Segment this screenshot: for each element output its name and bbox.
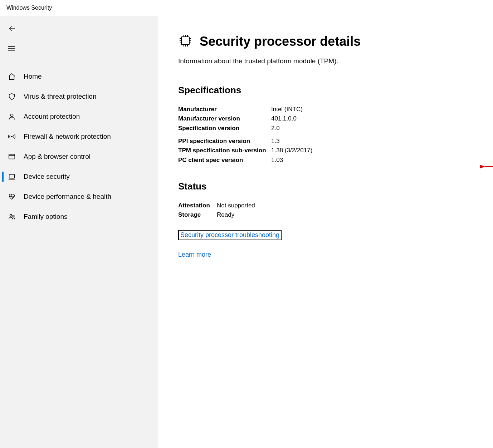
back-button[interactable] xyxy=(1,19,21,39)
status-heading: Status xyxy=(178,181,493,192)
learn-more-link[interactable]: Learn more xyxy=(178,251,211,259)
specifications-table: Manufacturer Intel (INTC) Manufacturer v… xyxy=(178,105,493,165)
spec-value: Intel (INTC) xyxy=(271,105,303,114)
spec-value: 1.3 xyxy=(271,137,280,146)
spec-value: 2.0 xyxy=(271,124,280,133)
sidebar-item-firewall[interactable]: Firewall & network protection xyxy=(0,127,158,147)
status-value: Ready xyxy=(217,210,234,220)
status-value: Not supported xyxy=(217,201,255,210)
svg-rect-5 xyxy=(9,154,15,159)
status-row: Storage Ready xyxy=(178,210,493,220)
nav-list: Home Virus & threat protection Acco xyxy=(0,67,158,227)
chip-icon xyxy=(178,34,192,49)
spec-row: Manufacturer Intel (INTC) xyxy=(178,105,493,114)
troubleshooting-link[interactable]: Security processor troubleshooting xyxy=(178,230,282,240)
hamburger-icon xyxy=(8,45,15,54)
spec-label: Manufacturer xyxy=(178,105,271,114)
sidebar-item-performance[interactable]: Device performance & health xyxy=(0,187,158,207)
shield-icon xyxy=(0,93,24,100)
svg-point-9 xyxy=(10,215,12,217)
spec-label: Manufacturer version xyxy=(178,114,271,123)
specifications-heading: Specifications xyxy=(178,85,493,96)
heart-icon xyxy=(0,193,24,201)
status-row: Attestation Not supported xyxy=(178,201,493,210)
back-arrow-icon xyxy=(7,24,16,34)
antenna-icon xyxy=(0,133,24,141)
spec-row: PC client spec version 1.03 xyxy=(178,156,493,165)
sidebar-item-label: Virus & threat protection xyxy=(24,93,96,100)
sidebar-item-label: Family options xyxy=(24,213,68,221)
spec-label: TPM specification sub-version xyxy=(178,146,271,155)
spec-value: 401.1.0.0 xyxy=(271,114,297,123)
spec-label: Specification version xyxy=(178,124,271,133)
svg-point-3 xyxy=(10,114,13,117)
svg-rect-7 xyxy=(9,174,15,178)
app-browser-icon xyxy=(0,153,24,161)
spec-row: PPI specification version 1.3 xyxy=(178,137,493,146)
sidebar: Home Virus & threat protection Acco xyxy=(0,16,158,448)
sidebar-item-virus[interactable]: Virus & threat protection xyxy=(0,87,158,107)
title-bar: Windows Security xyxy=(0,0,493,16)
family-icon xyxy=(0,213,24,221)
status-table: Attestation Not supported Storage Ready xyxy=(178,201,493,220)
spec-row: Manufacturer version 401.1.0.0 xyxy=(178,114,493,123)
status-label: Storage xyxy=(178,210,217,220)
spec-row: TPM specification sub-version 1.38 (3/2/… xyxy=(178,146,493,155)
sidebar-item-label: Home xyxy=(24,73,42,80)
page-header: Security processor details xyxy=(178,34,493,49)
window-title: Windows Security xyxy=(6,5,52,11)
sidebar-item-label: Device performance & health xyxy=(24,193,111,201)
person-icon xyxy=(0,113,24,120)
spec-row: Specification version 2.0 xyxy=(178,124,493,133)
sidebar-item-device-security[interactable]: Device security xyxy=(0,167,158,187)
hamburger-button[interactable] xyxy=(1,39,21,59)
spec-value: 1.38 (3/2/2017) xyxy=(271,146,312,155)
home-icon xyxy=(0,73,24,80)
sidebar-item-label: App & browser control xyxy=(24,153,91,161)
sidebar-item-app-browser[interactable]: App & browser control xyxy=(0,147,158,167)
spec-label: PPI specification version xyxy=(178,137,271,146)
sidebar-item-account[interactable]: Account protection xyxy=(0,107,158,127)
spec-value: 1.03 xyxy=(271,156,283,165)
sidebar-item-label: Account protection xyxy=(24,113,80,120)
spec-label: PC client spec version xyxy=(178,156,271,165)
svg-point-4 xyxy=(11,136,13,137)
main-content: Security processor details Information a… xyxy=(158,16,493,448)
status-label: Attestation xyxy=(178,201,217,210)
svg-rect-11 xyxy=(181,37,189,45)
svg-point-10 xyxy=(13,215,14,217)
page-title: Security processor details xyxy=(200,34,361,49)
sidebar-item-home[interactable]: Home xyxy=(0,67,158,87)
sidebar-item-label: Firewall & network protection xyxy=(24,133,111,141)
sidebar-item-label: Device security xyxy=(24,173,70,181)
sidebar-item-family[interactable]: Family options xyxy=(0,207,158,227)
device-icon xyxy=(0,173,24,181)
page-subtitle: Information about the trusted platform m… xyxy=(178,57,493,65)
